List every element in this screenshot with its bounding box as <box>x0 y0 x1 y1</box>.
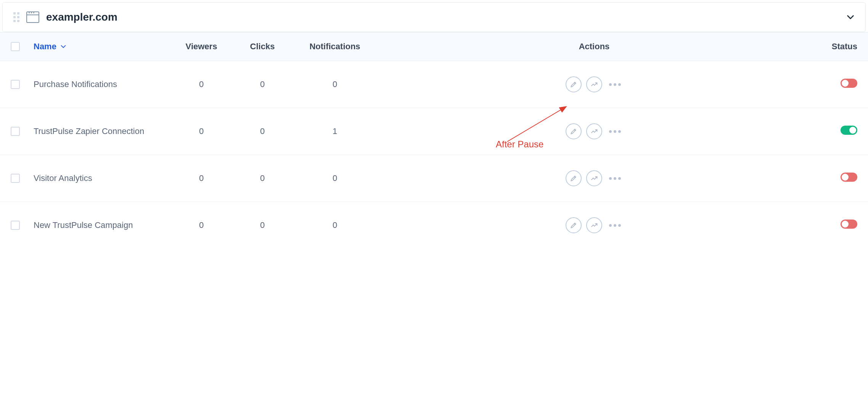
select-all-checkbox[interactable] <box>11 42 20 51</box>
row-viewers: 0 <box>171 79 232 89</box>
table-row: Purchase Notifications 0 0 0 <box>0 61 868 108</box>
site-panel: exampler.com <box>2 2 866 32</box>
site-title: exampler.com <box>46 11 839 23</box>
row-notifications: 0 <box>293 79 377 89</box>
row-viewers: 0 <box>171 173 232 183</box>
column-name-sort[interactable]: Name <box>34 42 66 52</box>
row-viewers: 0 <box>171 220 232 230</box>
more-button[interactable] <box>607 128 623 135</box>
column-status-label: Status <box>812 42 857 52</box>
row-checkbox[interactable] <box>11 174 20 183</box>
status-toggle[interactable] <box>841 126 857 135</box>
analytics-button[interactable] <box>586 76 602 92</box>
edit-button[interactable] <box>566 76 582 92</box>
trend-icon <box>590 128 598 135</box>
column-notifications-label: Notifications <box>293 42 377 52</box>
edit-button[interactable] <box>566 217 582 233</box>
row-name: Visitor Analytics <box>34 173 171 183</box>
drag-handle-icon[interactable] <box>13 12 19 22</box>
trend-icon <box>590 174 598 182</box>
row-viewers: 0 <box>171 126 232 136</box>
chevron-down-icon[interactable] <box>846 13 855 21</box>
row-clicks: 0 <box>232 79 293 89</box>
row-name: New TrustPulse Campaign <box>34 220 171 230</box>
analytics-button[interactable] <box>586 123 602 139</box>
more-button[interactable] <box>607 222 623 229</box>
row-clicks: 0 <box>232 220 293 230</box>
column-viewers-label: Viewers <box>171 42 232 52</box>
panel-header: exampler.com <box>3 3 865 32</box>
row-name: Purchase Notifications <box>34 79 171 89</box>
row-clicks: 0 <box>232 173 293 183</box>
column-actions-label: Actions <box>377 42 812 52</box>
table-row: TrustPulse Zapier Connection 0 0 1 <box>0 108 868 155</box>
more-button[interactable] <box>607 175 623 182</box>
row-checkbox[interactable] <box>11 127 20 136</box>
window-icon <box>26 11 39 23</box>
table-row: Visitor Analytics 0 0 0 <box>0 155 868 202</box>
row-checkbox[interactable] <box>11 80 20 89</box>
more-button[interactable] <box>607 81 623 88</box>
status-toggle[interactable] <box>841 220 857 229</box>
row-notifications: 0 <box>293 173 377 183</box>
status-toggle[interactable] <box>841 79 857 88</box>
row-notifications: 1 <box>293 126 377 136</box>
table-header: Name Viewers Clicks Notifications Action… <box>0 32 868 61</box>
chevron-down-icon <box>60 44 66 50</box>
column-name-label: Name <box>34 42 56 52</box>
analytics-button[interactable] <box>586 217 602 233</box>
trend-icon <box>590 221 598 229</box>
row-name: TrustPulse Zapier Connection <box>34 126 171 136</box>
edit-button[interactable] <box>566 123 582 139</box>
table-row: New TrustPulse Campaign 0 0 0 <box>0 202 868 249</box>
row-checkbox[interactable] <box>11 221 20 230</box>
status-toggle[interactable] <box>841 173 857 182</box>
row-notifications: 0 <box>293 220 377 230</box>
column-clicks-label: Clicks <box>232 42 293 52</box>
pencil-icon <box>570 81 577 88</box>
pencil-icon <box>570 128 577 135</box>
edit-button[interactable] <box>566 170 582 186</box>
row-clicks: 0 <box>232 126 293 136</box>
pencil-icon <box>570 221 577 229</box>
pencil-icon <box>570 174 577 182</box>
trend-icon <box>590 81 598 88</box>
analytics-button[interactable] <box>586 170 602 186</box>
